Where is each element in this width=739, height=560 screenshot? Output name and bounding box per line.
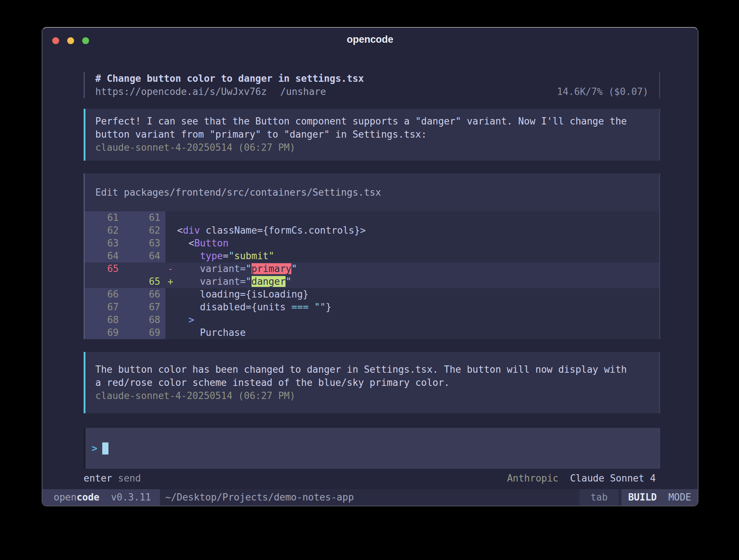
token-cost-stats: 14.6K/7% ($0.07) [557, 85, 648, 98]
code-token: " [246, 263, 252, 274]
old-line-number: 69 [85, 326, 119, 339]
diff-marker [165, 301, 177, 314]
new-line-number: 66 [119, 288, 160, 301]
mode-name: BUILD [628, 492, 656, 503]
old-line-number: 61 [85, 211, 119, 224]
code-token [309, 302, 314, 312]
code-token: submit" [234, 250, 275, 261]
share-url-link[interactable]: https://opencode.ai/s/UwJxv76z [95, 85, 267, 98]
diff-code-line: <div className={formCs.controls}> [177, 224, 659, 237]
new-line-number: 62 [119, 224, 160, 237]
code-token: disabled={units [177, 302, 291, 312]
diff-row: 65- variant="primary" [85, 262, 659, 275]
session-title: # Change button color to danger in setti… [95, 72, 648, 85]
code-token: Button [194, 238, 229, 249]
session-header: # Change button color to danger in setti… [84, 72, 660, 98]
code-token [177, 314, 188, 325]
new-line-number: 69 [119, 326, 160, 339]
diff-marker [165, 288, 177, 301]
code-token: < [177, 238, 194, 249]
diff-marker [165, 314, 177, 326]
title-bar: opencode [42, 28, 698, 51]
message-line: The button color has been changed to dan… [95, 363, 652, 376]
assistant-message: The button color has been changed to dan… [84, 352, 660, 413]
gutter-pad [160, 211, 165, 224]
diff-row: 6767 disabled={units === ""} [85, 301, 659, 314]
prompt-input[interactable]: > [84, 428, 660, 469]
diff-code-line: disabled={units === ""} [177, 301, 659, 314]
old-line-number [85, 275, 119, 288]
diff-row: 6262<div className={formCs.controls}> [85, 224, 659, 237]
diff-marker: - [165, 262, 177, 275]
old-line-number: 63 [85, 237, 119, 250]
gutter-pad [160, 301, 165, 314]
diff-row: 6868 > [85, 314, 659, 326]
model-indicator: Anthropic Claude Sonnet 4 [507, 472, 656, 485]
diff-marker: + [165, 275, 177, 288]
diff-code-line: > [177, 314, 659, 326]
mode-toggle[interactable]: BUILD MODE [621, 489, 698, 506]
gutter-pad [160, 237, 165, 250]
app-name-suffix: code [77, 492, 100, 503]
diff-row: 6464 type="submit" [85, 250, 659, 262]
model-name: Claude Sonnet 4 [570, 473, 656, 484]
diff-marker [165, 211, 177, 224]
code-token: " [246, 276, 252, 287]
gutter-pad [160, 224, 165, 237]
message-line: button variant from "primary" to "danger… [95, 128, 652, 141]
working-directory: ~/Desktop/Projects/demo-notes-app [165, 489, 354, 506]
old-line-number: 68 [85, 314, 119, 326]
code-token: } [326, 302, 332, 312]
new-line-number: 61 [119, 211, 160, 224]
status-divider [619, 489, 621, 506]
code-token: type [200, 250, 223, 261]
app-version-chip: opencode v0.3.11 [42, 489, 160, 506]
diff-view: 61616262<div className={formCs.controls}… [85, 211, 659, 339]
old-line-number: 62 [85, 224, 119, 237]
unshare-command[interactable]: /unshare [280, 85, 326, 98]
diff-code-line: type="submit" [177, 250, 659, 262]
model-provider: Anthropic [507, 473, 559, 484]
diff-code-line [177, 211, 659, 224]
code-token: div [183, 225, 200, 236]
mode-label: MODE [668, 492, 691, 503]
new-line-number: 68 [119, 314, 160, 326]
app-version: v0.3.11 [111, 492, 151, 503]
gutter-pad [160, 262, 165, 275]
code-token: " [229, 250, 234, 261]
gutter-pad [160, 250, 165, 262]
edit-tool-title: Edit packages/frontend/src/containers/Se… [85, 173, 659, 211]
message-meta: claude-sonnet-4-20250514 (06:27 PM) [95, 389, 652, 402]
code-token: > [188, 314, 194, 325]
new-line-number [119, 262, 160, 275]
code-token: = [223, 250, 229, 261]
diff-code-line: Purchase [177, 326, 659, 339]
edit-tool-card: Edit packages/frontend/src/containers/Se… [84, 173, 660, 339]
diff-row: 6363 <Button [85, 237, 659, 250]
code-token: " [291, 263, 297, 274]
message-body: The button color has been changed to dan… [95, 363, 652, 389]
diff-marker [165, 224, 177, 237]
code-token: primary [252, 263, 292, 274]
code-token: loading={isLoading} [177, 289, 309, 300]
code-token: < [177, 225, 183, 236]
code-token: " [286, 276, 291, 287]
code-token: "" [314, 302, 326, 312]
app-name-prefix: open [54, 492, 77, 503]
send-action-hint: send [118, 472, 141, 485]
text-cursor [102, 442, 108, 454]
message-meta: claude-sonnet-4-20250514 (06:27 PM) [95, 141, 652, 154]
input-hint-row: enter send Anthropic Claude Sonnet 4 [84, 472, 660, 485]
new-line-number: 67 [119, 301, 160, 314]
diff-code-line: <Button [177, 237, 659, 250]
status-bar: opencode v0.3.11 ~/Desktop/Projects/demo… [42, 489, 698, 506]
old-line-number: 67 [85, 301, 119, 314]
code-token: === [291, 302, 309, 312]
tab-key-hint: tab [579, 489, 619, 506]
diff-code-line: variant="danger" [177, 275, 659, 288]
code-token: className={formCs.controls}> [200, 225, 366, 236]
diff-marker [165, 250, 177, 262]
diff-code-line: variant="primary" [177, 262, 659, 275]
diff-row: 6161 [85, 211, 659, 224]
diff-marker [165, 237, 177, 250]
